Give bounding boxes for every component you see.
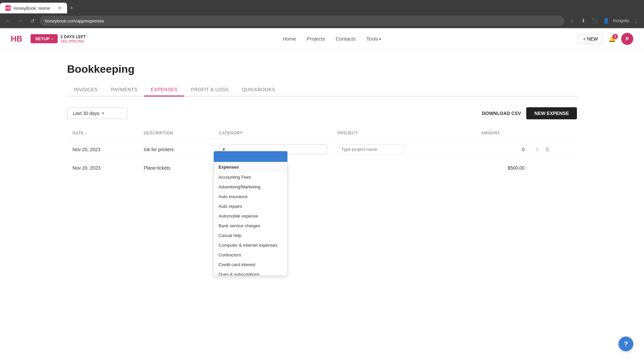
date-header-label: DATE <box>72 131 84 135</box>
browser-toolbar: ← → ↺ ☆ ⬇ ⬛ 👤 Incognito ⋮ <box>0 13 644 28</box>
days-left-text: 2 DAYS LEFT <box>60 35 86 39</box>
dropdown-item-casual-help[interactable]: Casual help <box>214 231 287 240</box>
row2-project <box>332 160 476 176</box>
notification-badge: 2 <box>612 34 618 39</box>
new-tab-button[interactable]: + <box>67 3 76 13</box>
row2-actions <box>530 160 577 176</box>
tab-invoices[interactable]: INVOICES <box>67 83 104 97</box>
row1-project[interactable] <box>332 139 476 160</box>
actions-column-header <box>530 127 577 139</box>
row1-description: Ink for printers <box>139 139 214 160</box>
nav-contacts-link[interactable]: Contacts <box>336 36 356 42</box>
nav-tools-link[interactable]: Tools <box>366 36 381 42</box>
table-row: Nov 20, 2023 Ink for printers ▾ Expenses… <box>67 139 577 160</box>
setup-button[interactable]: SETUP › <box>31 34 58 43</box>
address-bar[interactable] <box>40 16 565 26</box>
bookmark-icon[interactable]: ☆ <box>567 16 577 25</box>
project-column-header: PROJECT <box>332 127 476 139</box>
avatar[interactable]: P <box>621 33 633 45</box>
action-buttons: DOWNLOAD CSV NEW EXPENSE <box>482 107 577 119</box>
app-logo: HB <box>11 34 22 44</box>
toolbar-icons: ☆ ⬇ ⬛ 👤 Incognito ⋮ <box>567 16 641 25</box>
dropdown-item-computer-internet[interactable]: Computer & internet expenses <box>214 240 287 250</box>
extensions-icon[interactable]: ⬛ <box>590 16 599 25</box>
amount-column-header: AMOUNT <box>476 127 530 139</box>
table-row: Nov 20, 2023 Plane tickets Tr $500.00 <box>67 160 577 176</box>
dropdown-item-bank-service-charges[interactable]: Bank service charges <box>214 221 287 231</box>
top-navigation: HB SETUP › 2 DAYS LEFT SEE PRICING Home … <box>0 28 644 50</box>
tab-quickbooks[interactable]: QUICKBOOKS <box>235 83 282 97</box>
new-label: NEW <box>587 36 598 42</box>
category-dropdown: Expenses Accounting Fees Advertising/Mar… <box>214 151 287 276</box>
forward-button[interactable]: → <box>15 16 25 25</box>
date-filter-chevron-icon: ▾ <box>102 111 104 116</box>
row1-category[interactable]: ▾ Expenses Accounting Fees Advertising/M… <box>214 139 332 160</box>
dropdown-item-automobile-expense[interactable]: Automobile expense <box>214 211 287 221</box>
date-column-header[interactable]: DATE ↕ <box>67 127 139 139</box>
row2-description: Plane tickets <box>139 160 214 176</box>
tab-title: HoneyBook: Home <box>13 6 50 11</box>
new-plus-icon: + <box>583 36 586 42</box>
dropdown-item-advertising[interactable]: Advertising/Marketing <box>214 182 287 192</box>
category-search-input[interactable] <box>214 151 287 162</box>
nav-home-link[interactable]: Home <box>283 36 296 42</box>
menu-icon[interactable]: ⋮ <box>631 16 641 25</box>
nav-projects-link[interactable]: Projects <box>307 36 325 42</box>
tab-profit-loss[interactable]: PROFIT & LOSS <box>184 83 235 97</box>
sort-icon: ↕ <box>85 131 87 135</box>
dropdown-group-header: Expenses <box>214 162 287 172</box>
new-button[interactable]: + NEW <box>578 34 603 44</box>
reload-button[interactable]: ↺ <box>28 16 37 25</box>
date-filter-label: Last 30 days <box>73 111 99 116</box>
nav-right-area: + NEW 🔔 2 P <box>578 33 633 45</box>
dropdown-item-auto-insurance[interactable]: Auto insurance <box>214 192 287 201</box>
row-actions: ✎ 🗑 <box>535 146 572 153</box>
controls-row: Last 30 days ▾ DOWNLOAD CSV NEW EXPENSE <box>67 107 577 119</box>
app-container: HB SETUP › 2 DAYS LEFT SEE PRICING Home … <box>0 28 644 362</box>
category-column-header: CATEGORY <box>214 127 332 139</box>
date-filter-dropdown[interactable]: Last 30 days ▾ <box>67 108 127 119</box>
page-content: Bookkeeping INVOICES PAYMENTS EXPENSES P… <box>0 50 644 190</box>
new-expense-button[interactable]: NEW EXPENSE <box>526 107 577 119</box>
dropdown-list: Expenses Accounting Fees Advertising/Mar… <box>214 162 287 276</box>
notification-button[interactable]: 🔔 2 <box>608 35 616 43</box>
project-name-input[interactable] <box>338 144 405 154</box>
page-title: Bookkeeping <box>67 63 577 75</box>
edit-icon[interactable]: ✎ <box>535 147 539 152</box>
description-column-header: DESCRIPTION <box>139 127 214 139</box>
row1-date: Nov 20, 2023 <box>67 139 139 160</box>
tab-expenses[interactable]: EXPENSES <box>144 83 184 97</box>
back-button[interactable]: ← <box>3 16 13 25</box>
browser-chrome: HB HoneyBook: Home ✕ + ← → ↺ ☆ ⬇ ⬛ 👤 Inc… <box>0 0 644 28</box>
dropdown-item-accounting-fees[interactable]: Accounting Fees <box>214 172 287 182</box>
setup-arrow-icon: › <box>52 36 53 41</box>
download-csv-button[interactable]: DOWNLOAD CSV <box>482 111 521 116</box>
row2-date: Nov 20, 2023 <box>67 160 139 176</box>
tab-favicon: HB <box>5 5 11 11</box>
dropdown-item-credit-card-interest[interactable]: Credit card interest <box>214 260 287 269</box>
dropdown-item-dues-subscriptions[interactable]: Dues & subscriptions <box>214 269 287 276</box>
delete-icon[interactable]: 🗑 <box>545 146 550 153</box>
setup-label: SETUP <box>35 36 50 41</box>
account-icon[interactable]: 👤 <box>601 16 611 25</box>
help-button[interactable]: ? <box>619 337 633 351</box>
row1-amount: 0 <box>476 139 530 160</box>
see-pricing-link[interactable]: SEE PRICING <box>60 39 86 43</box>
nav-links: Home Projects Contacts Tools <box>283 36 381 42</box>
bookkeeping-tabs: INVOICES PAYMENTS EXPENSES PROFIT & LOSS… <box>67 83 577 97</box>
tab-close-button[interactable]: ✕ <box>58 5 62 11</box>
dropdown-item-contractors[interactable]: Contractors <box>214 250 287 260</box>
expenses-table: DATE ↕ DESCRIPTION CATEGORY PROJECT AMOU… <box>67 127 577 176</box>
tab-payments[interactable]: PAYMENTS <box>104 83 144 97</box>
tab-bar: HB HoneyBook: Home ✕ + <box>0 0 644 13</box>
dropdown-item-auto-repairs[interactable]: Auto repairs <box>214 201 287 211</box>
row2-amount: $500.00 <box>476 160 530 176</box>
active-browser-tab[interactable]: HB HoneyBook: Home ✕ <box>0 3 67 13</box>
setup-info: 2 DAYS LEFT SEE PRICING <box>60 35 86 43</box>
row1-actions: ✎ 🗑 <box>530 139 577 160</box>
incognito-label: Incognito <box>613 16 629 25</box>
download-icon[interactable]: ⬇ <box>579 16 588 25</box>
